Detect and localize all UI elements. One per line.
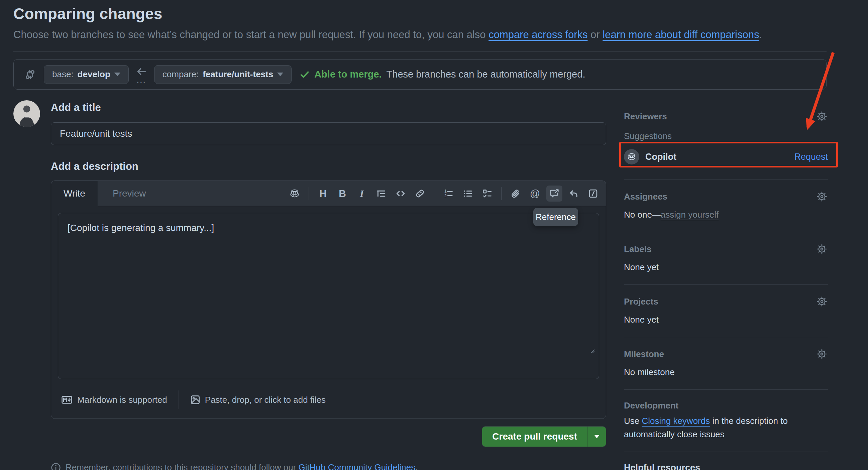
- toolbar-divider: [501, 187, 501, 200]
- sidebar-section-assignees: Assignees No one—assign yourself: [624, 180, 828, 232]
- editor-body: [Copilot is generating a summary...]: [51, 206, 606, 387]
- create-pull-request-split-button: Create pull request: [482, 426, 606, 447]
- merge-status-detail: These branches can be automatically merg…: [386, 69, 586, 80]
- cross-reference-icon[interactable]: [546, 186, 562, 201]
- page-title: Comparing changes: [13, 5, 813, 23]
- editor-footer: Markdown is supported Paste, drop, or cl…: [51, 387, 606, 418]
- gear-icon[interactable]: [816, 243, 828, 255]
- chevron-down-icon: [277, 72, 283, 76]
- branch-compare-bar: base: develop … compare: feature/unit-te…: [13, 59, 827, 90]
- check-icon: [300, 69, 310, 80]
- tab-preview[interactable]: Preview: [98, 181, 161, 206]
- italic-icon[interactable]: I: [354, 186, 370, 201]
- subtitle-or: or: [587, 29, 602, 40]
- attach-files-button[interactable]: Paste, drop, or click to add files: [190, 395, 326, 405]
- projects-title: Projects: [624, 296, 658, 307]
- user-avatar: [13, 100, 40, 127]
- bold-icon[interactable]: B: [334, 186, 350, 201]
- gear-icon[interactable]: [816, 348, 828, 360]
- mention-icon[interactable]: @: [527, 186, 543, 201]
- mention-glyph: @: [530, 188, 540, 199]
- gear-icon[interactable]: [816, 110, 828, 122]
- markdown-toolbar: H B I 12: [286, 181, 606, 206]
- milestone-title: Milestone: [624, 349, 664, 359]
- merge-status: Able to merge. These branches can be aut…: [300, 69, 585, 80]
- markdown-supported-note[interactable]: Markdown is supported: [61, 395, 167, 405]
- copilot-reviewer-row: Copilot Request: [624, 145, 828, 169]
- unordered-list-icon[interactable]: [460, 186, 476, 201]
- loading-ellipsis: …: [136, 76, 147, 83]
- sidebar-section-helpful-resources: Helpful resources: [624, 452, 828, 470]
- svg-text:2: 2: [444, 193, 447, 198]
- development-prefix: Use: [624, 416, 642, 426]
- assign-yourself-link[interactable]: assign yourself: [661, 210, 718, 220]
- compare-branch-selector[interactable]: compare: feature/unit-tests: [154, 65, 291, 84]
- gear-icon[interactable]: [816, 191, 828, 202]
- base-branch-name: develop: [78, 69, 110, 80]
- title-heading: Add a title: [51, 102, 606, 114]
- reference-tooltip: Reference: [533, 208, 578, 226]
- svg-text:1: 1: [444, 189, 447, 193]
- assignees-empty-text: No one—: [624, 210, 661, 220]
- chevron-down-icon: [594, 435, 599, 438]
- subtitle-text: Choose two branches to see what’s change…: [13, 29, 489, 40]
- saved-replies-icon[interactable]: [566, 186, 582, 201]
- sidebar-section-labels: Labels None yet: [624, 232, 828, 285]
- gear-icon[interactable]: [816, 295, 828, 308]
- create-options-dropdown[interactable]: [587, 427, 606, 447]
- resize-gripper-icon[interactable]: [588, 347, 595, 355]
- labels-empty-text: None yet: [624, 260, 828, 274]
- person-photo: [13, 103, 40, 127]
- merge-status-text: Able to merge.: [314, 69, 381, 80]
- sidebar-section-development: Development Use Closing keywords in the …: [624, 390, 828, 452]
- markdown-note-text: Markdown is supported: [77, 395, 167, 405]
- community-guidelines-link[interactable]: GitHub Community Guidelines: [299, 462, 415, 470]
- description-textarea[interactable]: [Copilot is generating a summary...]: [58, 213, 599, 379]
- attach-note-text: Paste, drop, or click to add files: [205, 395, 326, 405]
- attach-file-icon[interactable]: [507, 186, 524, 201]
- guidelines-text: Remember, contributions to this reposito…: [65, 462, 418, 470]
- link-icon[interactable]: [412, 186, 428, 201]
- description-heading: Add a description: [51, 160, 606, 173]
- compare-label: compare:: [162, 69, 198, 80]
- image-icon: [190, 395, 200, 405]
- base-label: base:: [52, 69, 73, 80]
- assignees-title: Assignees: [624, 192, 668, 202]
- development-title: Development: [624, 401, 678, 411]
- chevron-down-icon: [114, 72, 120, 76]
- copilot-icon[interactable]: [286, 186, 303, 201]
- reviewers-title: Reviewers: [624, 111, 667, 122]
- diff-comparisons-link[interactable]: learn more about diff comparisons: [602, 29, 759, 40]
- tab-write[interactable]: Write: [51, 181, 98, 206]
- subtitle-period: .: [759, 29, 762, 40]
- ordered-list-icon[interactable]: 12: [440, 186, 456, 201]
- closing-keywords-link[interactable]: Closing keywords: [642, 416, 710, 426]
- suggestions-label: Suggestions: [624, 131, 828, 142]
- projects-empty-text: None yet: [624, 313, 828, 326]
- info-icon: [51, 463, 61, 470]
- task-list-icon[interactable]: [479, 186, 495, 201]
- create-pull-request-button[interactable]: Create pull request: [482, 427, 587, 447]
- heading-glyph: H: [319, 188, 327, 199]
- toolbar-divider: [434, 187, 434, 200]
- request-review-link[interactable]: Request: [794, 152, 828, 162]
- heading-icon[interactable]: H: [315, 186, 331, 201]
- italic-glyph: I: [360, 188, 364, 199]
- quote-icon[interactable]: [373, 186, 389, 201]
- slash-commands-icon[interactable]: [585, 186, 601, 201]
- page-header: Comparing changes Choose two branches to…: [0, 0, 813, 41]
- sidebar-section-milestone: Milestone No milestone: [624, 337, 828, 390]
- code-icon[interactable]: [393, 186, 409, 201]
- base-branch-selector[interactable]: base: develop: [44, 65, 129, 84]
- sidebar-section-projects: Projects None yet: [624, 285, 828, 337]
- guidelines-prefix: Remember, contributions to this reposito…: [65, 462, 299, 470]
- markdown-icon: [61, 396, 72, 404]
- bold-glyph: B: [339, 188, 346, 199]
- editor-header: Write Preview H B I: [51, 181, 606, 206]
- title-input[interactable]: [51, 122, 606, 145]
- page-subtitle: Choose two branches to see what’s change…: [13, 29, 813, 41]
- footer-divider: [179, 390, 179, 409]
- compare-across-forks-link[interactable]: compare across forks: [489, 29, 587, 40]
- git-compare-icon: [24, 69, 36, 80]
- development-text: Use Closing keywords in the description …: [624, 414, 828, 441]
